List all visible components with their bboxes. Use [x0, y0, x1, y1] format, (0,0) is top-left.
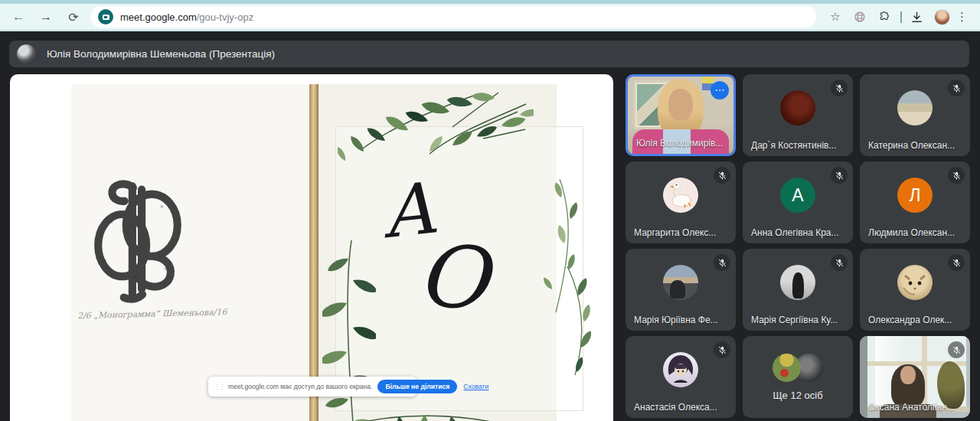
participant-tile-maria-serhiivna[interactable]: Марія Сергіївна Ку...	[743, 249, 853, 331]
url-bar[interactable]: meet.google.com/gou-tvjy-opz	[90, 6, 816, 28]
participant-avatar	[663, 265, 698, 300]
extensions-puzzle-icon[interactable]	[874, 7, 894, 27]
participant-tile-anastasia[interactable]: Анастасія Олекса...	[626, 336, 736, 418]
participant-name: Анна Олегівна Кра...	[751, 227, 848, 238]
mic-muted-icon	[831, 80, 848, 96]
participant-name: Анастасія Олекса...	[634, 402, 731, 413]
mic-muted-icon	[948, 254, 965, 271]
sketchbook-spine	[309, 84, 318, 421]
stacked-avatar	[773, 354, 801, 382]
url-text: meet.google.com/gou-tvjy-opz	[120, 11, 253, 23]
more-participants-label: Ще 12 осіб	[773, 390, 822, 401]
browser-profile-avatar[interactable]	[934, 9, 950, 25]
participant-avatar-cat	[897, 265, 933, 300]
participant-name: Оксана Анатоліївн...	[868, 402, 965, 413]
participant-avatar-anime	[663, 352, 698, 387]
participant-avatar-goose	[663, 178, 698, 213]
participant-tile-kateryna[interactable]: Катерина Олексан...	[860, 74, 970, 156]
more-participants-avatars	[773, 354, 823, 382]
calligraphy-letter-o: О	[414, 232, 490, 322]
watercolor-greenery-right	[514, 175, 602, 381]
participant-avatar-initial: А	[780, 178, 815, 213]
participant-name: Марія Юріївна Фе...	[634, 315, 731, 325]
participant-name: Катерина Олексан...	[868, 140, 965, 151]
participant-avatar	[780, 265, 815, 300]
monogram-artwork	[88, 175, 189, 308]
participant-avatar-initial: Л	[897, 178, 933, 213]
watercolor-greenery-top	[338, 81, 534, 173]
mic-muted-icon	[714, 254, 730, 271]
participant-grid: ⋯ Юлія Володимирів... Дар`я Костянтинів.…	[626, 74, 971, 421]
participant-tile-oksana[interactable]: Оксана Анатоліївн...	[860, 336, 970, 418]
hide-notification-link[interactable]: Сховати	[463, 383, 488, 390]
browser-menu-icon[interactable]: ⋮	[956, 10, 968, 24]
presentation-stage: 2/6 „Монограмма“ Шеменьова/16	[10, 74, 613, 421]
mic-muted-icon	[948, 80, 965, 96]
participant-avatar	[897, 90, 933, 126]
mic-muted-icon	[831, 167, 848, 184]
participant-tile-marharyta[interactable]: Маргарита Олекс...	[626, 162, 736, 243]
tile-options-button[interactable]: ⋯	[710, 81, 729, 100]
download-icon[interactable]	[906, 7, 926, 27]
extension-globe-icon[interactable]	[850, 7, 870, 27]
screen-share-tab-icon	[98, 9, 113, 24]
participant-tile-oleksandra[interactable]: Олександра Олек...	[860, 249, 970, 331]
presenter-banner: Юлія Володимирівна Шеменьова (Презентаці…	[9, 41, 969, 67]
notification-text: meet.google.com має доступ до вашого екр…	[228, 383, 372, 390]
participant-avatar	[780, 90, 815, 126]
back-icon[interactable]: ←	[8, 6, 29, 28]
browser-toolbar: ← → ⟳ meet.google.com/gou-tvjy-opz ☆ ⋮	[0, 4, 980, 31]
participant-tile-yulia[interactable]: ⋯ Юлія Володимирів...	[626, 74, 736, 156]
toolbar-separator	[900, 11, 902, 23]
bookmark-star-icon[interactable]: ☆	[825, 7, 845, 27]
shared-screen-photo: 2/6 „Монограмма“ Шеменьова/16	[71, 84, 557, 421]
mic-muted-icon	[948, 167, 965, 184]
participant-name: Людмила Олексан...	[868, 227, 965, 238]
participant-name: Олександра Олек...	[868, 315, 965, 325]
participant-tile-lyudmyla[interactable]: Л Людмила Олексан...	[860, 162, 970, 243]
participant-tile-maria-yuriivna[interactable]: Марія Юріївна Фе...	[626, 249, 736, 331]
refresh-icon[interactable]: ⟳	[63, 6, 84, 28]
stop-sharing-button[interactable]: Більше не ділитися	[377, 380, 457, 393]
mic-muted-icon	[714, 167, 730, 184]
forward-icon[interactable]: →	[35, 6, 57, 28]
participant-name: Маргарита Олекс...	[634, 227, 731, 238]
presenter-title: Юлія Володимирівна Шеменьова (Презентаці…	[47, 48, 275, 60]
toolbar-right-icons: ☆ ⋮	[821, 7, 975, 27]
mic-muted-icon	[831, 254, 848, 271]
participant-name: Дар`я Костянтинів...	[751, 140, 848, 151]
more-participants-tile[interactable]: Ще 12 осіб	[743, 336, 853, 418]
notification-grip-icon: ⋮⋮	[214, 383, 224, 390]
participant-name: Юлія Володимирів...	[636, 138, 729, 148]
participant-name: Марія Сергіївна Ку...	[751, 315, 848, 325]
mic-muted-icon	[714, 341, 730, 358]
presenter-avatar	[17, 44, 36, 64]
participant-tile-darya[interactable]: Дар`я Костянтинів...	[743, 74, 853, 156]
mic-muted-icon	[948, 341, 965, 358]
screen-share-notification: ⋮⋮ meet.google.com має доступ до вашого …	[208, 377, 416, 397]
participant-tile-anna[interactable]: А Анна Олегівна Кра...	[743, 162, 853, 243]
